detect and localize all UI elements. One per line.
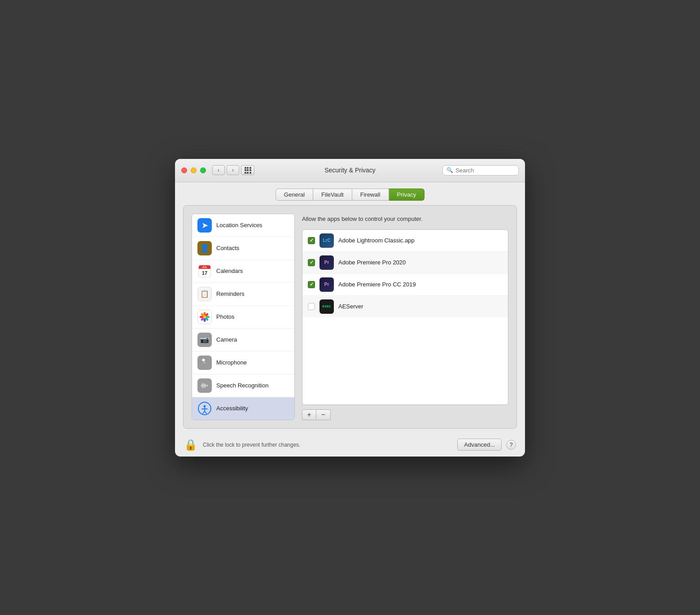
svg-rect-23 (206, 385, 207, 386)
advanced-button[interactable]: Advanced... (457, 439, 502, 451)
contacts-icon: 👤 (197, 241, 212, 255)
tab-privacy[interactable]: Privacy (389, 189, 425, 201)
sidebar-item-calendars[interactable]: JUL 17 Calendars (192, 260, 294, 283)
add-app-button[interactable]: + (302, 409, 316, 420)
back-button[interactable]: ‹ (212, 165, 225, 175)
sidebar: ➤ Location Services 👤 Contacts JUL 17 (192, 214, 295, 420)
grid-button[interactable] (241, 165, 254, 175)
app-icon-premiere2020: Pr (319, 255, 334, 270)
sidebar-item-accessibility[interactable]: Accessibility (192, 397, 294, 420)
camera-icon: 📷 (197, 333, 212, 347)
sidebar-item-contacts[interactable]: 👤 Contacts (192, 237, 294, 260)
microphone-icon (197, 356, 212, 370)
sidebar-item-speech[interactable]: Speech Recognition (192, 374, 294, 397)
app-icon-aeserver: exec (319, 299, 334, 314)
tab-firewall[interactable]: Firewall (352, 189, 389, 201)
app-icon-premierecc: Pr (319, 277, 334, 292)
svg-rect-14 (203, 361, 204, 361)
content-area: ➤ Location Services 👤 Contacts JUL 17 (183, 205, 517, 429)
app-name-lightroom: Adobe Lightroom Classic.app (338, 237, 415, 244)
app-name-aeserver: AEServer (338, 303, 363, 310)
app-name-premiere2020: Adobe Premiere Pro 2020 (338, 259, 406, 266)
tab-general[interactable]: General (276, 189, 313, 201)
close-button[interactable] (181, 167, 187, 173)
search-box[interactable]: 🔍 (442, 165, 519, 176)
table-row: Pr Adobe Premiere Pro 2020 (302, 252, 508, 274)
reminders-icon: 📋 (197, 287, 212, 301)
svg-rect-16 (203, 363, 206, 363)
sidebar-item-camera[interactable]: 📷 Camera (192, 329, 294, 351)
lock-icon[interactable]: 🔒 (184, 439, 197, 451)
photos-icon (197, 310, 212, 324)
forward-button[interactable]: › (227, 165, 239, 175)
svg-rect-18 (202, 384, 202, 387)
titlebar: ‹ › Security & Privacy 🔍 (175, 159, 525, 182)
traffic-lights (181, 167, 206, 173)
sidebar-item-location[interactable]: ➤ Location Services (192, 214, 294, 237)
main-panel: Allow the apps below to control your com… (302, 214, 508, 420)
svg-rect-17 (201, 385, 201, 387)
minimize-button[interactable] (191, 167, 197, 173)
svg-rect-21 (205, 383, 205, 388)
panel-description: Allow the apps below to control your com… (302, 214, 508, 225)
lock-text: Click the lock to prevent further change… (203, 442, 300, 448)
search-input[interactable] (455, 167, 515, 174)
speech-icon (197, 378, 212, 393)
tab-filevault[interactable]: FileVault (313, 189, 352, 201)
sidebar-label-photos: Photos (216, 313, 234, 320)
app-checkbox-aeserver[interactable] (308, 303, 315, 310)
remove-app-button[interactable]: − (316, 409, 331, 420)
svg-rect-15 (205, 361, 205, 363)
app-checkbox-premierecc[interactable] (308, 281, 315, 288)
svg-point-26 (204, 405, 206, 407)
table-row: Pr Adobe Premiere Pro CC 2019 (302, 274, 508, 296)
svg-rect-12 (202, 360, 205, 360)
svg-rect-24 (207, 385, 208, 387)
svg-rect-13 (202, 360, 205, 361)
sidebar-label-speech: Speech Recognition (216, 382, 268, 389)
sidebar-label-camera: Camera (216, 336, 237, 343)
apps-list: LrC Adobe Lightroom Classic.app Pr Adobe… (302, 229, 508, 405)
table-row: LrC Adobe Lightroom Classic.app (302, 230, 508, 252)
accessibility-icon (197, 401, 212, 416)
svg-rect-11 (202, 360, 205, 360)
app-icon-lightroom: LrC (319, 233, 334, 248)
sidebar-label-accessibility: Accessibility (216, 405, 248, 412)
nav-buttons: ‹ › (212, 165, 239, 175)
list-controls: + − (302, 409, 508, 420)
sidebar-item-photos[interactable]: Photos (192, 306, 294, 329)
search-icon: 🔍 (446, 167, 453, 173)
sidebar-label-location: Location Services (216, 222, 262, 228)
app-checkbox-premiere2020[interactable] (308, 259, 315, 266)
svg-rect-10 (202, 359, 205, 360)
svg-rect-19 (203, 383, 203, 388)
svg-rect-22 (206, 384, 206, 387)
sidebar-label-contacts: Contacts (216, 245, 239, 251)
bottom-bar: 🔒 Click the lock to prevent further chan… (175, 433, 525, 457)
bottom-right: Advanced... ? (457, 439, 516, 451)
sidebar-item-reminders[interactable]: 📋 Reminders (192, 283, 294, 306)
help-button[interactable]: ? (506, 440, 516, 450)
sidebar-label-microphone: Microphone (216, 359, 247, 366)
svg-line-30 (205, 411, 206, 413)
grid-icon (245, 167, 251, 174)
tabs-bar: General FileVault Firewall Privacy (175, 182, 525, 205)
system-preferences-window: ‹ › Security & Privacy 🔍 General FileVau… (175, 159, 525, 457)
calendar-icon: JUL 17 (197, 264, 212, 278)
app-name-premierecc: Adobe Premiere Pro CC 2019 (338, 281, 416, 288)
maximize-button[interactable] (200, 167, 206, 173)
svg-rect-20 (204, 384, 204, 387)
app-checkbox-lightroom[interactable] (308, 237, 315, 244)
location-icon: ➤ (197, 218, 212, 233)
sidebar-label-reminders: Reminders (216, 290, 245, 297)
sidebar-label-calendars: Calendars (216, 268, 243, 274)
window-title: Security & Privacy (324, 167, 376, 174)
table-row: exec AEServer (302, 296, 508, 317)
sidebar-item-microphone[interactable]: Microphone (192, 351, 294, 374)
svg-rect-9 (203, 359, 204, 359)
